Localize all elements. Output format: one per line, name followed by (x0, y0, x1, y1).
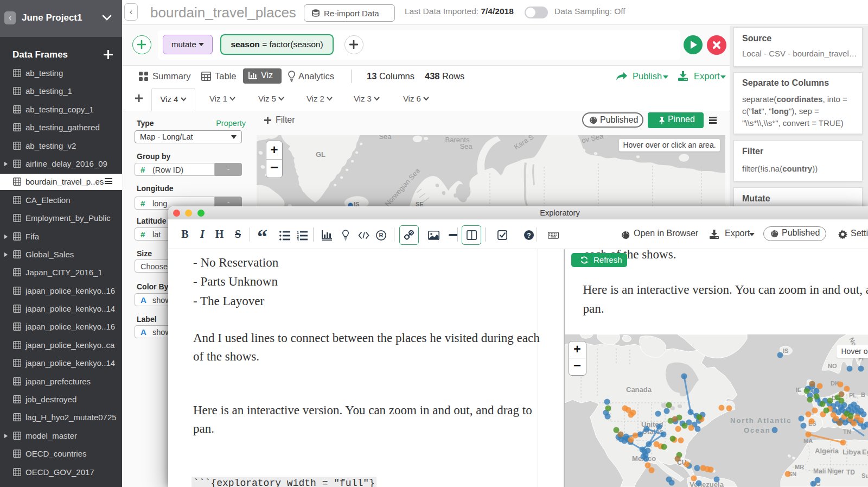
svg-text:R: R (379, 232, 384, 238)
svg-text:Ocean: Ocean (744, 426, 771, 434)
svg-text:ov Sea: ov Sea (581, 135, 604, 144)
svg-text:NO: NO (828, 363, 837, 369)
svg-text:Niger: Niger (827, 467, 844, 475)
svg-text:3: 3 (297, 238, 299, 241)
svg-text:North Atlantic: North Atlantic (730, 416, 792, 425)
svg-text:Venezuela: Venezuela (690, 480, 724, 487)
svg-text:IE: IE (796, 387, 801, 393)
svg-text:TD: TD (846, 469, 855, 476)
svg-text:GL: GL (316, 150, 326, 159)
svg-text:Canada: Canada (626, 385, 652, 394)
svg-text:MA: MA (803, 438, 813, 444)
svg-text:IS: IS (354, 201, 359, 206)
svg-text:MR: MR (795, 464, 804, 470)
svg-text:Kara S: Kara S (513, 135, 535, 151)
svg-text:Su: Su (861, 472, 868, 479)
svg-text:IS: IS (783, 347, 788, 354)
svg-text:B: B (861, 391, 865, 398)
svg-text:Eg: Eg (862, 448, 868, 456)
svg-text:SE: SE (416, 201, 424, 206)
svg-text:?: ? (527, 232, 531, 239)
svg-text:Algeria: Algeria (815, 447, 839, 455)
svg-text:PL: PL (849, 392, 857, 399)
svg-text:Libya: Libya (843, 448, 861, 456)
svg-text:Sea: Sea (459, 142, 473, 150)
svg-text:Mali: Mali (813, 467, 826, 475)
svg-text:Sea: Sea (379, 135, 392, 141)
svg-text:TN: TN (843, 428, 851, 435)
